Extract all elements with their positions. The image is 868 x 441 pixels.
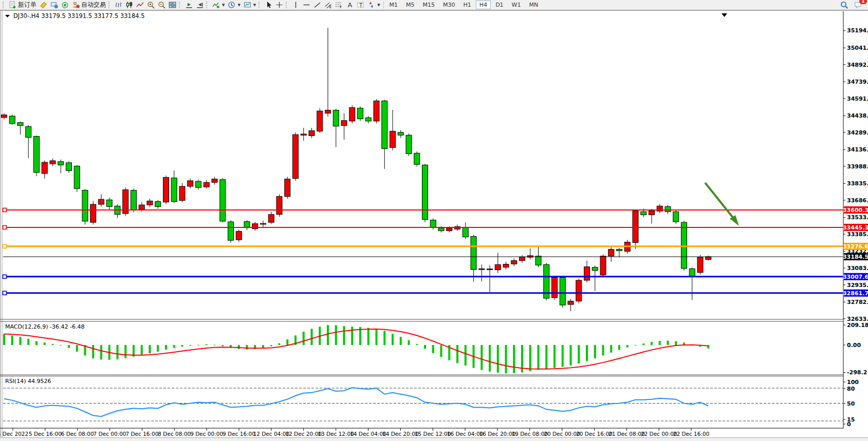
toolbar-grip — [286, 2, 288, 8]
chevron-down-icon[interactable]: ▼ — [237, 3, 240, 7]
chevron-down-icon[interactable]: ▼ — [253, 3, 256, 7]
toolbar-grip — [3, 2, 5, 8]
svg-text:35041.0: 35041.0 — [847, 45, 868, 51]
macd-label: MACD(12,26,9) -36.42 -6.48 — [5, 323, 84, 330]
svg-text:34892.5: 34892.5 — [847, 62, 868, 68]
svg-text:33007.6: 33007.6 — [843, 274, 868, 280]
candlestick-chart-button[interactable] — [124, 1, 135, 10]
shift-icon — [196, 1, 204, 9]
autotrading-icon — [72, 1, 80, 9]
svg-text:34289.5: 34289.5 — [847, 129, 868, 136]
svg-text:33445.3: 33445.3 — [843, 224, 868, 231]
svg-text:14 Dec 20:00: 14 Dec 20:00 — [382, 431, 419, 437]
chevron-down-icon[interactable]: ▼ — [222, 3, 225, 7]
news-broadcast-button[interactable] — [60, 1, 70, 10]
textA-icon: A — [346, 1, 354, 9]
timeframe-m30-button[interactable]: M30 — [439, 1, 459, 9]
vertical-line-button[interactable] — [290, 1, 301, 10]
linechart-icon — [136, 1, 144, 9]
template-button[interactable]: ▼ — [242, 1, 257, 10]
price-board-button[interactable] — [38, 1, 49, 10]
svg-text:14 Dec 04:00: 14 Dec 04:00 — [350, 431, 386, 437]
svg-text:33988.0: 33988.0 — [847, 163, 868, 170]
svg-text:0.00: 0.00 — [847, 342, 861, 349]
virtual-hosting-button[interactable] — [49, 1, 60, 10]
indicators-button[interactable]: ▼ — [211, 1, 226, 10]
crosshair-icon — [275, 1, 283, 9]
timeframe-h4-button[interactable]: H4 — [476, 1, 491, 9]
tiles-icon — [169, 1, 176, 9]
svg-text:34438.0: 34438.0 — [847, 112, 868, 119]
search-icon — [840, 1, 848, 9]
toolbar-grip — [179, 2, 181, 8]
fibo-icon: F — [335, 1, 343, 9]
bars-icon — [115, 1, 122, 9]
new-order-icon — [9, 1, 16, 9]
svg-text:33835.0: 33835.0 — [847, 180, 868, 187]
crosshair-button[interactable] — [274, 1, 285, 10]
svg-text:12 Dec 04:00: 12 Dec 04:00 — [253, 431, 290, 437]
indicator-icon — [212, 1, 220, 9]
svg-text:21 Dec 08:00: 21 Dec 08:00 — [608, 431, 645, 437]
chevron-down-icon[interactable]: ▼ — [377, 3, 380, 7]
svg-text:16 Dec 04:00: 16 Dec 04:00 — [447, 431, 484, 437]
timeframe-m5-button[interactable]: M5 — [402, 1, 418, 9]
svg-text:34591.0: 34591.0 — [847, 95, 868, 102]
timeframe-m15-button[interactable]: M15 — [419, 1, 439, 9]
svg-text:33184.5: 33184.5 — [843, 254, 868, 260]
zoom-in-button[interactable] — [145, 1, 156, 10]
svg-text:33533.5: 33533.5 — [847, 214, 868, 221]
toolbar-grip — [206, 2, 209, 8]
equidistant-channel-button[interactable]: E — [323, 1, 334, 10]
toolbar-group: 自动交易 — [38, 0, 107, 10]
trendline-button[interactable] — [312, 1, 323, 10]
search-button[interactable] — [839, 1, 849, 10]
svg-text:0: 0 — [847, 421, 851, 428]
bar-chart-button[interactable] — [113, 1, 124, 10]
svg-text:32782.0: 32782.0 — [847, 299, 868, 305]
toolbar-group: 新订单 — [2, 0, 38, 10]
chart-shift-button[interactable] — [194, 1, 205, 10]
toolbar-group — [145, 0, 178, 10]
autotrading-button[interactable]: 自动交易 — [70, 1, 107, 10]
svg-text:20 Dec 00:00: 20 Dec 00:00 — [544, 431, 580, 437]
timeframe-w1-button[interactable]: W1 — [508, 1, 525, 9]
svg-text:33083.5: 33083.5 — [847, 265, 868, 272]
new-order-button-label: 新订单 — [18, 1, 36, 9]
svg-text:35194.0: 35194.0 — [847, 27, 868, 34]
cursor-button[interactable] — [263, 1, 274, 10]
horizontal-line-button[interactable] — [301, 1, 312, 10]
notification-badge: 1 — [859, 0, 867, 4]
svg-text:A: A — [348, 1, 353, 9]
timeframe-m1-button[interactable]: M1 — [386, 1, 402, 9]
svg-text:34136.5: 34136.5 — [847, 146, 868, 153]
period-button[interactable]: ▼ — [226, 1, 242, 10]
timeframe-group: M1M5M15M30H1H4D1W1MN — [385, 0, 543, 10]
svg-text:32861.7: 32861.7 — [843, 290, 868, 297]
arrows-icon — [367, 1, 375, 9]
svg-text:33686.5: 33686.5 — [847, 197, 868, 204]
toolbar-grip — [108, 2, 111, 8]
timeframe-mn-button[interactable]: MN — [525, 1, 542, 9]
svg-text:5 Dec 16:00: 5 Dec 16:00 — [29, 431, 62, 437]
svg-text:34739.5: 34739.5 — [847, 79, 868, 85]
text-label-button[interactable]: T — [355, 1, 366, 10]
candles-icon — [125, 1, 133, 9]
chat-button[interactable]: 1 — [853, 1, 863, 10]
new-order-button[interactable]: 新订单 — [7, 1, 38, 10]
svg-text:6 Dec 08:00: 6 Dec 08:00 — [61, 431, 94, 437]
arrows-button[interactable]: ▼ — [366, 1, 381, 10]
text-button[interactable]: A — [344, 1, 355, 10]
fibonacci-button[interactable]: F — [334, 1, 344, 10]
timeframe-d1-button[interactable]: D1 — [492, 1, 507, 9]
zoom-out-button[interactable] — [156, 1, 167, 10]
svg-text:33385.0: 33385.0 — [847, 231, 868, 238]
auto-scroll-button[interactable] — [183, 1, 194, 10]
toolbar-separator — [383, 1, 384, 9]
line-chart-button[interactable] — [135, 1, 145, 10]
svg-text:E: E — [329, 5, 331, 9]
timeframe-h1-button[interactable]: H1 — [460, 1, 475, 9]
tile-windows-button[interactable] — [167, 1, 178, 10]
rsi-label: RSI(14) 44.9526 — [5, 378, 51, 385]
vline-icon — [292, 1, 300, 9]
